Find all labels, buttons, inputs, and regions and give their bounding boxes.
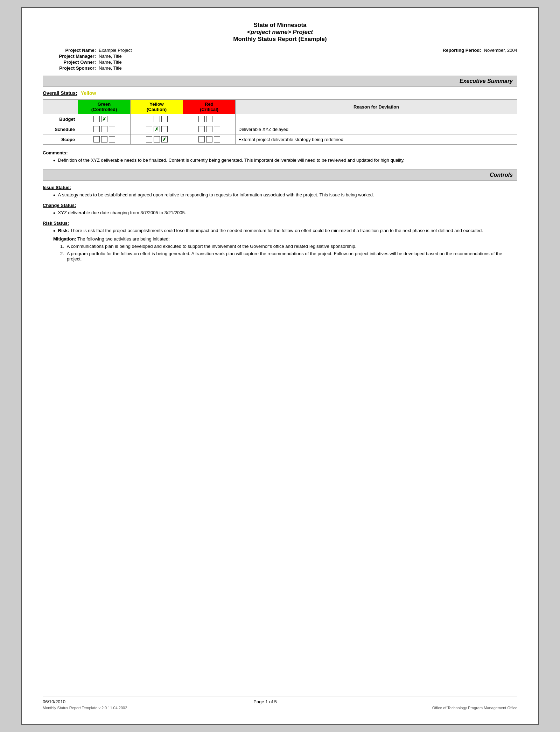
checkbox [206, 126, 212, 132]
reason-cell-schedule: Deliverable XYZ delayed [236, 124, 517, 134]
red-cell-scope [183, 134, 236, 145]
item-number: 1. [60, 244, 64, 249]
green-cell-schedule [78, 124, 131, 134]
bullet-icon: • [53, 158, 55, 164]
issue-status-label: Issue Status: [43, 185, 517, 190]
checkbox [214, 116, 220, 122]
mitigation-item-text: A communications plan is being developed… [67, 244, 357, 249]
checkbox [214, 126, 220, 132]
empty-header [43, 100, 78, 114]
green-header: Green (Controlled) [78, 100, 131, 114]
checkbox [146, 136, 152, 142]
checkbox [93, 136, 100, 142]
checkbox [101, 116, 107, 122]
project-name-label: Project Name: [43, 48, 99, 53]
controls-bar: Controls [43, 169, 517, 181]
overall-status-value: Yellow [81, 90, 96, 96]
checkbox [154, 116, 160, 122]
mitigation-item: 1.A communications plan is being develop… [60, 244, 517, 249]
green-cell-budget [78, 114, 131, 124]
red-header: Red (Critical) [183, 100, 236, 114]
risk-status-label: Risk Status: [43, 221, 517, 226]
issue-item: •A strategy needs to be established and … [53, 192, 517, 198]
item-number: 2. [60, 251, 64, 262]
row-label-schedule: Schedule [43, 124, 78, 134]
mitigation-intro: The following two activities are being i… [76, 236, 170, 242]
checkbox [198, 116, 205, 122]
comments-label: Comments: [43, 150, 517, 155]
status-table: Green (Controlled) Yellow (Caution) Red … [43, 99, 517, 145]
checkbox [101, 126, 107, 132]
checkbox [198, 136, 205, 142]
controls-section: Issue Status: •A strategy needs to be es… [43, 185, 517, 262]
checkbox [93, 116, 100, 122]
owner-value: Name, Title [99, 60, 517, 65]
comment-item: •Definition of the XYZ deliverable needs… [53, 158, 517, 164]
bullet-icon: • [53, 192, 55, 198]
risk-item: •Risk: There is risk that the project ac… [53, 228, 517, 234]
manager-value: Name, Title [99, 54, 517, 59]
checkbox [146, 126, 152, 132]
title-line3: Monthly Status Report (Example) [43, 36, 517, 43]
comments-section: Comments: •Definition of the XYZ deliver… [43, 150, 517, 164]
bullet-icon: • [53, 210, 55, 216]
reason-cell-budget [236, 114, 517, 124]
red-cell-budget [183, 114, 236, 124]
footer-template-label: Monthly Status Report Template v 2.0 11.… [43, 706, 127, 710]
red-cell-schedule [183, 124, 236, 134]
checkbox [206, 116, 212, 122]
reason-cell-scope: External project deliverable strategy be… [236, 134, 517, 145]
project-info: Project Name: Example Project Reporting … [43, 48, 517, 71]
change-status-label: Change Status: [43, 203, 517, 208]
checkbox [101, 136, 107, 142]
issue-text: A strategy needs to be established and a… [58, 192, 517, 198]
owner-label: Project Owner: [43, 60, 99, 65]
yellow-cell-scope [131, 134, 183, 145]
report-title: State of Minnesota <project name> Projec… [43, 22, 517, 43]
checkbox [154, 126, 160, 132]
title-line1: State of Minnesota [43, 22, 517, 29]
mitigation-label: Mitigation: [53, 236, 76, 242]
bullet-icon: • [53, 228, 55, 234]
title-line2: <project name> Project [43, 29, 517, 36]
checkbox [109, 116, 115, 122]
controls-label: Controls [490, 172, 513, 178]
sponsor-value: Name, Title [99, 65, 517, 71]
checkbox [154, 136, 160, 142]
executive-summary-bar: Executive Summary [43, 76, 517, 87]
sponsor-label: Project Sponsor: [43, 65, 99, 71]
checkbox [161, 136, 168, 142]
checkbox [206, 136, 212, 142]
document-page: State of Minnesota <project name> Projec… [21, 7, 539, 725]
reporting-period-value: November, 2004 [484, 48, 517, 53]
checkbox [146, 116, 152, 122]
risk-text: Risk: There is risk that the project acc… [58, 228, 517, 234]
checkbox [161, 116, 168, 122]
change-item: •XYZ deliverable due date changing from … [53, 210, 517, 216]
checkbox [198, 126, 205, 132]
yellow-cell-budget [131, 114, 183, 124]
mitigation-item: 2.A program portfolio for the follow-on … [60, 251, 517, 262]
checkbox [214, 136, 220, 142]
comment-text: Definition of the XYZ deliverable needs … [58, 158, 517, 164]
yellow-header: Yellow (Caution) [131, 100, 183, 114]
reporting-period-label: Reporting Period: [443, 48, 484, 53]
yellow-cell-schedule [131, 124, 183, 134]
reason-header: Reason for Deviation [236, 100, 517, 114]
footer-office-label: Office of Technology Program Management … [432, 706, 517, 710]
mitigation-item-text: A program portfolio for the follow-on ef… [67, 251, 517, 262]
footer-date: 06/10/2010 [43, 699, 65, 704]
green-cell-scope [78, 134, 131, 145]
footer: 06/10/2010 Page 1 of 5 Monthly Status Re… [43, 697, 517, 710]
checkbox [93, 126, 100, 132]
mitigation-text: Mitigation: The following two activities… [53, 236, 517, 242]
overall-status-label: Overall Status: [43, 90, 77, 96]
project-name-value: Example Project [99, 48, 443, 53]
overall-status: Overall Status: Yellow [43, 90, 517, 96]
row-label-budget: Budget [43, 114, 78, 124]
footer-page: Page 1 of 5 [253, 699, 277, 704]
checkbox [109, 136, 115, 142]
checkbox [161, 126, 168, 132]
checkbox [109, 126, 115, 132]
change-text: XYZ deliverable due date changing from 3… [58, 210, 517, 216]
